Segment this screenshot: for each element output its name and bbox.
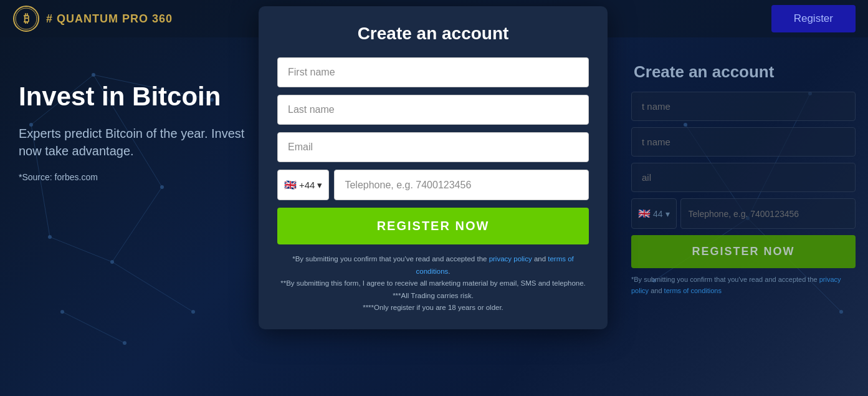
ghost-first-name-input[interactable]: [631, 92, 856, 121]
ghost-disclaimer: *By submitting you confirm that you've r…: [631, 274, 856, 296]
modal-title: Create an account: [277, 24, 589, 44]
main-heading: Invest in Bitcoin: [19, 81, 249, 112]
last-name-input[interactable]: [277, 95, 589, 125]
svg-line-16: [112, 187, 162, 262]
ghost-terms-link[interactable]: terms of conditions: [664, 287, 722, 294]
left-content: Invest in Bitcoin Experts predict Bitcoi…: [19, 81, 249, 182]
privacy-policy-link[interactable]: privacy policy: [489, 255, 532, 263]
ghost-register-button[interactable]: REGISTER NOW: [631, 235, 856, 268]
svg-line-20: [62, 312, 125, 343]
ghost-phone-input[interactable]: [680, 198, 856, 229]
header-register-button[interactable]: Register: [771, 5, 856, 32]
svg-text:₿: ₿: [24, 12, 29, 25]
phone-row: 🇬🇧 +44 ▾: [277, 170, 589, 200]
country-code-select[interactable]: 🇬🇧 +44 ▾: [277, 170, 329, 200]
phone-input[interactable]: [334, 170, 589, 200]
svg-line-18: [112, 262, 193, 312]
ghost-country-code: 44: [653, 209, 663, 219]
source-text: *Source: forbes.com: [19, 172, 249, 182]
register-now-button[interactable]: REGISTER NOW: [277, 208, 589, 244]
email-input[interactable]: [277, 132, 589, 162]
logo-area: ₿ # QUANTUM PRO 360: [12, 5, 173, 32]
flag-icon: 🇬🇧: [284, 179, 297, 191]
bitcoin-logo-icon: ₿: [12, 5, 40, 32]
right-ghost-form: Create an account 🇬🇧 44 ▾ REGISTER NOW *…: [631, 62, 856, 296]
ghost-title: Create an account: [634, 62, 856, 82]
logo-text: # QUANTUM PRO 360: [46, 12, 173, 26]
ghost-country-select[interactable]: 🇬🇧 44 ▾: [631, 198, 677, 229]
ghost-last-name-input[interactable]: [631, 127, 856, 157]
ghost-phone-row: 🇬🇧 44 ▾: [631, 198, 856, 229]
disclaimer-text: *By submitting you confirm that you've r…: [277, 253, 589, 314]
ghost-flag-icon: 🇬🇧: [638, 208, 651, 220]
ghost-chevron-icon: ▾: [665, 209, 670, 219]
country-code-value: +44: [299, 180, 315, 190]
sub-text: Experts predict Bitcoin of the year. Inv…: [19, 125, 249, 160]
ghost-email-input[interactable]: [631, 163, 856, 192]
chevron-down-icon: ▾: [317, 180, 322, 191]
registration-modal: Create an account 🇬🇧 +44 ▾ REGISTER NOW …: [259, 6, 608, 329]
svg-line-17: [50, 237, 112, 262]
first-name-input[interactable]: [277, 57, 589, 87]
